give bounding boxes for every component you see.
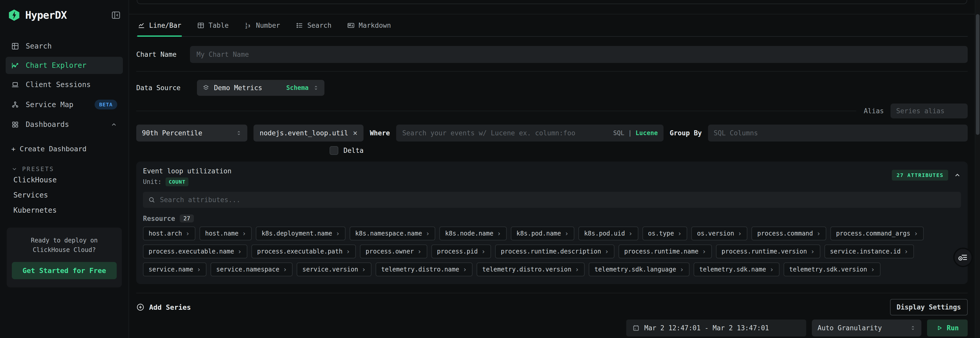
laptop-icon xyxy=(11,81,19,89)
main-content: Line/Bar Table 123 Number Search xyxy=(129,0,980,338)
attribute-chip[interactable]: telemetry.distro.version › xyxy=(477,262,585,276)
previous-panel-edge xyxy=(137,0,967,4)
resource-group-label: Resource xyxy=(143,215,175,222)
chevron-right-icon: › xyxy=(481,248,485,255)
attribute-chip[interactable]: process.runtime.version › xyxy=(716,244,820,259)
sidebar-item-chart-explorer[interactable]: Chart Explorer xyxy=(6,57,123,74)
attribute-chip[interactable]: process.runtime.description › xyxy=(495,244,614,259)
attribute-chip[interactable]: service.instance.id › xyxy=(824,244,914,259)
attribute-chip[interactable]: k8s.pod.uid › xyxy=(578,227,638,240)
chevron-right-icon: › xyxy=(770,266,774,273)
where-search-input[interactable] xyxy=(402,129,613,137)
attribute-chip[interactable]: k8s.deployment.name › xyxy=(256,227,345,240)
tab-number[interactable]: 123 Number xyxy=(244,22,281,37)
brand-row: HyperDX xyxy=(6,0,123,22)
where-input-wrap: SQL | Lucene xyxy=(396,125,663,141)
attribute-search-input[interactable] xyxy=(159,196,956,204)
attribute-chip[interactable]: k8s.namespace.name › xyxy=(350,227,436,240)
attribute-chip[interactable]: service.version › xyxy=(297,262,371,276)
query-language-toggle[interactable]: SQL | Lucene xyxy=(613,129,658,136)
app-window: HyperDX Search Chart Explorer xyxy=(0,0,980,338)
run-button[interactable]: Run xyxy=(927,319,968,336)
attribute-chip[interactable]: telemetry.distro.name › xyxy=(375,262,473,276)
create-dashboard-link[interactable]: + Create Dashboard xyxy=(6,145,123,153)
preset-clickhouse[interactable]: ClickHouse xyxy=(6,172,123,187)
language-divider: | xyxy=(628,129,632,136)
display-settings-button[interactable]: Display Settings xyxy=(890,299,968,316)
preset-services[interactable]: Services xyxy=(6,187,123,203)
chart-name-row: Chart Name xyxy=(136,46,968,63)
sidebar-item-dashboards[interactable]: Dashboards xyxy=(6,116,123,133)
add-series-button[interactable]: Add Series xyxy=(136,303,191,311)
chevron-right-icon: › xyxy=(463,266,467,273)
attribute-chip-label: process.command_args xyxy=(836,230,910,237)
attribute-chip[interactable]: host.arch › xyxy=(143,227,196,240)
preset-kubernetes[interactable]: Kubernetes xyxy=(6,203,123,218)
attribute-chip-label: process.command xyxy=(757,230,813,237)
metric-chip[interactable]: nodejs.event_loop.util × xyxy=(253,125,364,141)
feedback-fab-button[interactable] xyxy=(953,248,973,267)
attribute-chip[interactable]: k8s.pod.name › xyxy=(511,227,574,240)
brand-title: HyperDX xyxy=(25,9,67,21)
aggregation-select[interactable]: 90th Percentile xyxy=(136,125,247,141)
sidebar-item-search[interactable]: Search xyxy=(6,38,123,55)
attribute-chip[interactable]: process.executable.path › xyxy=(251,244,356,259)
svg-text:2: 2 xyxy=(245,25,247,29)
attribute-chip-label: process.executable.path xyxy=(257,248,342,255)
collapse-panel-chevron-icon[interactable] xyxy=(954,171,961,179)
attribute-chip[interactable]: process.pid › xyxy=(431,244,491,259)
attribute-chip[interactable]: os.type › xyxy=(643,227,687,240)
group-by-input[interactable] xyxy=(708,125,968,141)
get-started-button[interactable]: Get Started for Free xyxy=(12,262,117,279)
attribute-chip[interactable]: service.namespace › xyxy=(210,262,293,276)
tab-table[interactable]: Table xyxy=(197,22,229,37)
attribute-chip-label: process.runtime.description xyxy=(501,248,601,255)
presets-toggle[interactable]: PRESETS xyxy=(6,166,123,172)
attribute-chip-label: process.runtime.name xyxy=(624,248,698,255)
data-source-select[interactable]: Demo Metrics Schema xyxy=(197,80,325,96)
attribute-chip[interactable]: telemetry.sdk.language › xyxy=(589,262,689,276)
tab-search[interactable]: Search xyxy=(295,22,332,37)
attribute-chip-label: service.name xyxy=(149,266,193,273)
attribute-chip[interactable]: host.name › xyxy=(199,227,252,240)
granularity-select[interactable]: Auto Granularity xyxy=(812,319,921,336)
tab-line-bar[interactable]: Line/Bar xyxy=(137,22,182,37)
attribute-chip[interactable]: service.name › xyxy=(143,262,207,276)
sidebar-item-client-sessions[interactable]: Client Sessions xyxy=(6,76,123,93)
chevron-updown-icon xyxy=(236,130,242,136)
attribute-chip-label: process.executable.name xyxy=(149,248,234,255)
delta-checkbox[interactable] xyxy=(329,146,338,155)
attribute-chip[interactable]: process.runtime.name › xyxy=(619,244,712,259)
attribute-chip-label: telemetry.sdk.name xyxy=(699,266,766,273)
scrollbar-thumb[interactable] xyxy=(976,14,980,135)
attribute-chip[interactable]: process.owner › xyxy=(360,244,427,259)
attribute-chip[interactable]: process.command_args › xyxy=(830,227,924,240)
chevron-updown-icon xyxy=(910,325,916,331)
chevron-right-icon: › xyxy=(426,230,430,237)
attribute-chip[interactable]: k8s.node.name › xyxy=(439,227,507,240)
data-source-label: Data Source xyxy=(136,84,180,92)
sidebar-item-service-map[interactable]: Service Map BETA xyxy=(6,95,123,114)
collapse-sidebar-icon[interactable] xyxy=(111,10,121,20)
tab-markdown[interactable]: Markdown xyxy=(347,22,391,37)
chevron-right-icon: › xyxy=(811,248,815,255)
attribute-search xyxy=(143,192,961,208)
chart-name-input[interactable] xyxy=(190,46,968,63)
close-icon[interactable]: × xyxy=(353,129,357,137)
attribute-chip-label: service.instance.id xyxy=(830,248,901,255)
lucene-option[interactable]: Lucene xyxy=(635,129,658,136)
group-by-label: Group By xyxy=(670,129,702,137)
attribute-chip[interactable]: process.command › xyxy=(751,227,826,240)
chevron-right-icon: › xyxy=(197,266,201,273)
attribute-chip[interactable]: os.version › xyxy=(691,227,747,240)
series-alias-input[interactable] xyxy=(891,103,968,118)
sql-option[interactable]: SQL xyxy=(613,129,624,136)
chevron-right-icon: › xyxy=(680,266,684,273)
attribute-chip[interactable]: telemetry.sdk.name › xyxy=(694,262,780,276)
vertical-scrollbar[interactable] xyxy=(975,0,980,338)
chevron-right-icon: › xyxy=(702,248,706,255)
attribute-chip[interactable]: telemetry.sdk.version › xyxy=(784,262,880,276)
attribute-chip[interactable]: process.executable.name › xyxy=(143,244,247,259)
time-range-picker[interactable]: Mar 2 12:47:01 - Mar 2 13:47:01 xyxy=(626,319,806,336)
schema-link[interactable]: Schema xyxy=(286,84,309,91)
